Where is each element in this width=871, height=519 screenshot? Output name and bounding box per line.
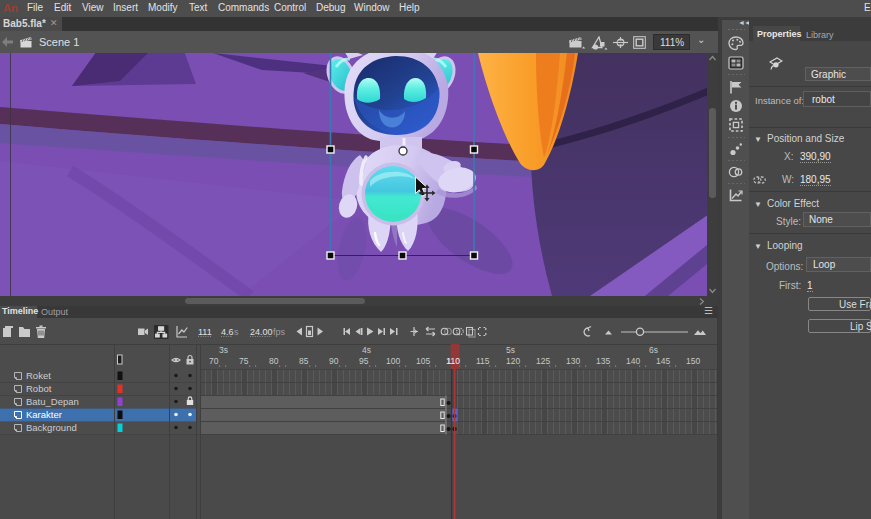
svg-text:s: s xyxy=(234,327,239,337)
svg-text:75: 75 xyxy=(239,356,249,366)
svg-text:4s: 4s xyxy=(362,345,371,355)
svg-text:130: 130 xyxy=(566,356,580,366)
svg-text:Karakter: Karakter xyxy=(26,409,62,420)
svg-text:85: 85 xyxy=(299,356,309,366)
svg-text:Robot: Robot xyxy=(26,383,52,394)
svg-text:110: 110 xyxy=(447,356,461,366)
svg-text:135: 135 xyxy=(596,356,610,366)
svg-text:24.00: 24.00 xyxy=(250,327,273,337)
svg-text:80: 80 xyxy=(269,356,279,366)
svg-text:4.6: 4.6 xyxy=(221,327,234,337)
svg-text:6s: 6s xyxy=(649,345,658,355)
svg-text:Roket: Roket xyxy=(26,370,51,381)
svg-text:90: 90 xyxy=(329,356,339,366)
svg-text:70: 70 xyxy=(209,356,219,366)
svg-text:115: 115 xyxy=(476,356,490,366)
svg-text:145: 145 xyxy=(656,356,670,366)
svg-text:fps: fps xyxy=(273,327,286,337)
svg-text:Batu_Depan: Batu_Depan xyxy=(26,396,79,407)
svg-text:95: 95 xyxy=(359,356,369,366)
svg-text:5s: 5s xyxy=(506,345,515,355)
svg-text:105: 105 xyxy=(416,356,430,366)
svg-text:120: 120 xyxy=(506,356,520,366)
svg-text:3s: 3s xyxy=(219,345,228,355)
svg-text:140: 140 xyxy=(626,356,640,366)
svg-text:150: 150 xyxy=(686,356,700,366)
svg-text:Background: Background xyxy=(26,422,77,433)
svg-text:100: 100 xyxy=(386,356,400,366)
svg-text:111: 111 xyxy=(198,327,212,337)
svg-text:125: 125 xyxy=(536,356,550,366)
